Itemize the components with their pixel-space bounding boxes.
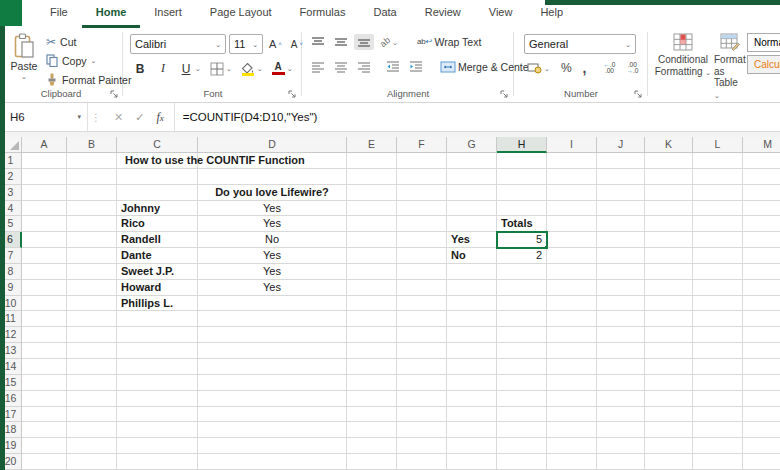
cell-E5[interactable] — [347, 216, 397, 232]
cell-K13[interactable] — [645, 343, 693, 359]
cell-J6[interactable] — [597, 232, 645, 248]
cell-K20[interactable] — [645, 454, 693, 470]
cell-J11[interactable] — [597, 311, 645, 327]
cell-G20[interactable] — [447, 454, 497, 470]
cell-A14[interactable] — [22, 359, 67, 375]
cell-C5[interactable]: Rico — [117, 216, 198, 232]
cell-B6[interactable] — [67, 232, 117, 248]
cell-G11[interactable] — [447, 311, 497, 327]
cell-M11[interactable] — [743, 311, 780, 327]
cell-E17[interactable] — [347, 407, 397, 423]
cell-F1[interactable] — [397, 153, 447, 169]
cell-L2[interactable] — [693, 169, 743, 185]
cell-B3[interactable] — [67, 185, 117, 201]
cell-E20[interactable] — [347, 454, 397, 470]
cancel-icon[interactable]: ✕ — [114, 111, 123, 124]
cell-L11[interactable] — [693, 311, 743, 327]
cell-A16[interactable] — [22, 391, 67, 407]
cell-J7[interactable] — [597, 248, 645, 264]
cell-M4[interactable] — [743, 201, 780, 217]
cell-K11[interactable] — [645, 311, 693, 327]
cell-M19[interactable] — [743, 438, 780, 454]
cell-A6[interactable] — [22, 232, 67, 248]
cell-H7[interactable]: 2 — [497, 248, 547, 264]
enter-icon[interactable]: ✓ — [135, 111, 144, 124]
cell-C4[interactable]: Johnny — [117, 201, 198, 217]
cell-C9[interactable]: Howard — [117, 280, 198, 296]
style-calculation[interactable]: Calculation — [747, 55, 780, 74]
cell-I5[interactable] — [547, 216, 597, 232]
font-color-button[interactable]: A ⌄ — [269, 60, 296, 77]
cell-G2[interactable] — [447, 169, 497, 185]
cell-G14[interactable] — [447, 359, 497, 375]
cell-F19[interactable] — [397, 438, 447, 454]
comma-style-button[interactable]: , — [580, 62, 590, 74]
cell-B17[interactable] — [67, 407, 117, 423]
cell-L16[interactable] — [693, 391, 743, 407]
cell-J8[interactable] — [597, 264, 645, 280]
cell-J20[interactable] — [597, 454, 645, 470]
column-header-L[interactable]: L — [693, 137, 743, 153]
cell-D2[interactable] — [198, 169, 347, 185]
accounting-format-button[interactable]: ⌄ — [524, 60, 553, 76]
cell-I18[interactable] — [547, 422, 597, 438]
cell-I19[interactable] — [547, 438, 597, 454]
cell-K1[interactable] — [645, 153, 693, 169]
cell-A12[interactable] — [22, 327, 67, 343]
format-as-table-button[interactable]: Format as Table ⌄ — [714, 33, 746, 100]
cell-A20[interactable] — [22, 454, 67, 470]
top-align-button[interactable] — [308, 34, 328, 50]
cell-F17[interactable] — [397, 407, 447, 423]
fill-handle[interactable] — [544, 245, 547, 248]
cell-C13[interactable] — [117, 343, 198, 359]
tab-formulas[interactable]: Formulas — [286, 0, 360, 28]
tab-page-layout[interactable]: Page Layout — [196, 0, 286, 28]
cell-J5[interactable] — [597, 216, 645, 232]
cell-D9[interactable]: Yes — [198, 280, 347, 296]
cell-I15[interactable] — [547, 375, 597, 391]
cell-B1[interactable] — [67, 153, 117, 169]
cell-J3[interactable] — [597, 185, 645, 201]
cell-E3[interactable] — [347, 185, 397, 201]
cell-J18[interactable] — [597, 422, 645, 438]
borders-button[interactable]: ⌄ — [207, 60, 235, 78]
cell-A1[interactable] — [22, 153, 67, 169]
cell-F13[interactable] — [397, 343, 447, 359]
cut-button[interactable]: ✂ Cut — [46, 34, 131, 49]
cell-D5[interactable]: Yes — [198, 216, 347, 232]
cell-H11[interactable] — [497, 311, 547, 327]
column-header-M[interactable]: M — [743, 137, 780, 153]
cell-I16[interactable] — [547, 391, 597, 407]
cell-D17[interactable] — [198, 407, 347, 423]
cell-L14[interactable] — [693, 359, 743, 375]
orientation-button[interactable]: ab ⌄ — [377, 35, 401, 49]
cell-M13[interactable] — [743, 343, 780, 359]
cell-C8[interactable]: Sweet J.P. — [117, 264, 198, 280]
cell-F12[interactable] — [397, 327, 447, 343]
cell-C15[interactable] — [117, 375, 198, 391]
cell-J9[interactable] — [597, 280, 645, 296]
cell-B16[interactable] — [67, 391, 117, 407]
column-header-F[interactable]: F — [397, 137, 447, 153]
cell-H17[interactable] — [497, 407, 547, 423]
cell-D19[interactable] — [198, 438, 347, 454]
cell-H6[interactable]: 5 — [497, 232, 547, 248]
cell-M5[interactable] — [743, 216, 780, 232]
cell-G17[interactable] — [447, 407, 497, 423]
cell-E13[interactable] — [347, 343, 397, 359]
cell-J16[interactable] — [597, 391, 645, 407]
column-header-A[interactable]: A — [22, 137, 67, 153]
cell-I8[interactable] — [547, 264, 597, 280]
cell-D16[interactable] — [198, 391, 347, 407]
cell-I6[interactable] — [547, 232, 597, 248]
cell-F8[interactable] — [397, 264, 447, 280]
cell-K14[interactable] — [645, 359, 693, 375]
cell-I7[interactable] — [547, 248, 597, 264]
cell-K9[interactable] — [645, 280, 693, 296]
cell-A17[interactable] — [22, 407, 67, 423]
cell-M8[interactable] — [743, 264, 780, 280]
cell-J12[interactable] — [597, 327, 645, 343]
cell-B5[interactable] — [67, 216, 117, 232]
cell-C6[interactable]: Randell — [117, 232, 198, 248]
cell-B14[interactable] — [67, 359, 117, 375]
